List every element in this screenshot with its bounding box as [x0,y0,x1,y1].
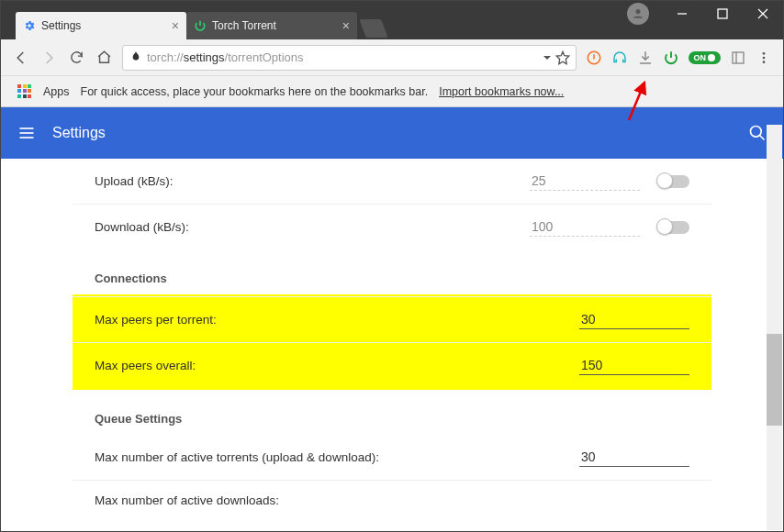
on-badge[interactable]: ON [689,51,722,64]
highlighted-connections: Max peers per torrent: Max peers overall… [73,294,711,390]
download-speed-input[interactable] [530,217,640,237]
bookmarks-hint: For quick access, place your bookmarks h… [81,85,429,98]
home-button[interactable] [95,49,113,67]
maximize-button[interactable] [702,1,743,27]
connections-header: Connections [73,249,711,294]
star-icon[interactable] [555,50,570,65]
menu-icon[interactable] [756,50,772,66]
active-downloads-row: Max number of active downloads: [73,480,711,520]
download-icon[interactable] [637,50,654,66]
browser-toolbar: torch://settings/torrentOptions ON [1,39,783,76]
url-text: torch://settings/torrentOptions [147,50,539,64]
row-label: Max peers per torrent: [95,313,579,327]
page-title: Settings [52,125,106,141]
apps-icon[interactable] [17,84,32,99]
address-bar[interactable]: torch://settings/torrentOptions [122,45,577,71]
torch-icon [129,50,143,65]
svg-point-0 [636,9,641,14]
tab-strip: Settings × Torch Torrent × [1,1,385,39]
svg-rect-2 [718,9,727,18]
scrollbar-thumb[interactable] [767,334,782,426]
person-icon [632,7,644,20]
svg-point-9 [763,56,766,59]
window-titlebar: Settings × Torch Torrent × [1,1,783,39]
extension-icons: ON [586,50,773,66]
close-icon[interactable]: × [342,18,350,33]
power-icon [194,19,207,32]
svg-point-8 [763,52,766,55]
download-toggle[interactable] [658,221,689,234]
upload-speed-row: Upload (kB/s): [73,159,711,204]
back-button[interactable] [12,49,30,67]
max-peers-overall-row: Max peers overall: [73,342,711,388]
search-icon[interactable] [748,124,767,142]
profile-avatar[interactable] [627,3,649,25]
bookmarks-bar: Apps For quick access, place your bookma… [1,76,783,107]
active-torrents-row: Max number of active torrents (upload & … [73,435,711,480]
svg-rect-6 [733,52,744,63]
hamburger-icon[interactable] [17,124,36,142]
download-speed-row: Download (kB/s): [73,204,711,249]
headphones-icon[interactable] [611,50,628,66]
upload-toggle[interactable] [658,175,689,188]
tab-torch-torrent[interactable]: Torch Torrent × [186,12,357,39]
tab-settings[interactable]: Settings × [16,12,186,39]
settings-header: Settings [1,107,783,159]
panel-icon[interactable] [730,50,746,66]
active-torrents-input[interactable] [579,448,689,467]
max-peers-per-torrent-row: Max peers per torrent: [73,296,711,342]
svg-line-15 [760,136,765,140]
music-icon[interactable] [586,50,602,66]
svg-point-10 [763,61,766,63]
row-label: Max number of active torrents (upload & … [95,450,579,464]
reload-button[interactable] [67,49,85,67]
svg-point-14 [751,127,762,138]
import-bookmarks-link[interactable]: Import bookmarks now... [439,85,564,98]
row-label: Max number of active downloads: [95,493,689,507]
gear-icon [23,19,36,32]
forward-button[interactable] [39,49,58,67]
apps-label[interactable]: Apps [43,85,70,98]
window-controls [627,1,783,27]
max-peers-per-torrent-input[interactable] [579,310,689,329]
tab-label: Settings [41,19,81,32]
row-label: Download (kB/s): [95,220,530,234]
tab-label: Torch Torrent [212,19,276,32]
close-icon[interactable]: × [172,18,179,33]
row-label: Max peers overall: [95,359,579,372]
minimize-button[interactable] [662,1,702,27]
scrollbar[interactable] [767,125,782,530]
queue-header: Queue Settings [73,390,711,435]
new-tab-button[interactable] [359,19,387,38]
row-label: Upload (kB/s): [95,174,530,188]
settings-content[interactable]: Upload (kB/s): Download (kB/s): Connecti… [1,159,783,531]
settings-card: Upload (kB/s): Download (kB/s): Connecti… [73,159,711,520]
max-peers-overall-input[interactable] [579,356,689,375]
close-button[interactable] [743,1,783,27]
dropdown-icon[interactable] [543,53,552,62]
torrent-icon[interactable] [663,50,679,66]
upload-speed-input[interactable] [530,172,640,191]
